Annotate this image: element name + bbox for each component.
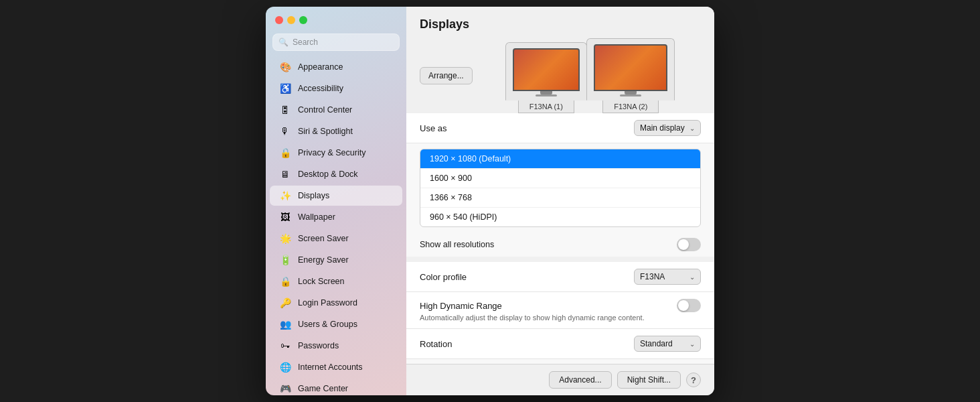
rotation-label: Rotation: [420, 339, 452, 349]
traffic-lights: [266, 7, 406, 31]
color-profile-label: Color profile: [420, 272, 467, 282]
game-center-icon: 🎮: [278, 381, 293, 395]
displays-icon: ✨: [278, 188, 293, 203]
sidebar-item-siri-spotlight[interactable]: 🎙 Siri & Spotlight: [270, 121, 402, 141]
resolution-label: 960 × 540 (HiDPI): [430, 212, 497, 222]
footer: Advanced... Night Shift... ?: [406, 364, 714, 395]
resolution-item-4[interactable]: 960 × 540 (HiDPI): [420, 208, 700, 226]
siri-icon: 🎙: [278, 124, 293, 139]
privacy-icon: 🔒: [278, 145, 293, 160]
sidebar-item-label: Desktop & Dock: [298, 170, 358, 179]
hdr-sublabel: Automatically adjust the display to show…: [420, 314, 645, 322]
resolution-item-3[interactable]: 1366 × 768: [420, 188, 700, 208]
monitor-preview-1: [513, 48, 580, 91]
monitor-preview-2: [594, 44, 667, 91]
resolution-item-2[interactable]: 1600 × 900: [420, 169, 700, 188]
close-button[interactable]: [275, 16, 283, 24]
show-all-resolutions-row: Show all resolutions: [406, 232, 714, 257]
sidebar-item-label: Displays: [298, 191, 329, 200]
help-button[interactable]: ?: [686, 373, 701, 387]
minimize-button[interactable]: [287, 16, 295, 24]
arrange-button[interactable]: Arrange...: [420, 67, 473, 84]
resolution-list: 1920 × 1080 (Default) 1600 × 900 1366 × …: [420, 149, 701, 227]
sidebar-item-label: Energy Saver: [298, 255, 349, 265]
show-all-label: Show all resolutions: [420, 240, 494, 249]
sidebar-item-screen-saver[interactable]: 🌟 Screen Saver: [270, 228, 402, 249]
sidebar-item-label: Passwords: [298, 341, 339, 350]
energy-icon: 🔋: [278, 253, 293, 267]
control-center-icon: 🎛: [278, 103, 293, 117]
show-all-toggle[interactable]: [677, 238, 701, 251]
monitor-base-2: [620, 94, 641, 96]
passwords-icon: 🗝: [278, 338, 293, 353]
sidebar-item-label: Internet Accounts: [298, 362, 363, 372]
advanced-button[interactable]: Advanced...: [549, 371, 611, 389]
sidebar-item-label: Control Center: [298, 105, 352, 115]
maximize-button[interactable]: [299, 16, 307, 24]
search-icon: 🔍: [278, 38, 289, 47]
sidebar-item-energy-saver[interactable]: 🔋 Energy Saver: [270, 250, 402, 270]
system-preferences-window: 🔍 🎨 Appearance ♿ Accessibility 🎛 Control…: [266, 7, 714, 395]
internet-icon: 🌐: [278, 360, 293, 375]
sidebar-item-login-password[interactable]: 🔑 Login Password: [270, 293, 402, 313]
hdr-toggle[interactable]: [677, 299, 701, 312]
chevron-down-icon: ⌄: [689, 125, 695, 132]
resolution-label: 1920 × 1080 (Default): [430, 154, 511, 163]
rotation-select[interactable]: Standard ⌄: [634, 336, 701, 352]
sidebar-item-label: Lock Screen: [298, 277, 344, 286]
page-title: Displays: [406, 7, 714, 38]
sidebar-item-game-center[interactable]: 🎮 Game Center: [270, 379, 402, 395]
sidebar-item-lock-screen[interactable]: 🔒 Lock Screen: [270, 271, 402, 291]
monitor-tab-2[interactable]: F13NA (2): [587, 38, 675, 113]
resolution-label: 1366 × 768: [430, 193, 472, 202]
sidebar-item-label: Wallpaper: [298, 212, 335, 222]
section-divider: [406, 257, 714, 262]
resolution-label: 1600 × 900: [430, 174, 472, 183]
monitor-label-1: F13NA (1): [518, 100, 574, 113]
color-profile-value: F13NA: [640, 272, 665, 281]
users-icon: 👥: [278, 317, 293, 332]
sidebar-item-privacy-security[interactable]: 🔒 Privacy & Security: [270, 143, 402, 163]
desktop-icon: 🖥: [278, 167, 293, 182]
hdr-label: High Dynamic Range: [420, 301, 502, 311]
wallpaper-icon: 🖼: [278, 210, 293, 224]
use-as-select[interactable]: Main display ⌄: [634, 120, 701, 136]
use-as-label: Use as: [420, 123, 446, 133]
sidebar-item-label: Screen Saver: [298, 234, 349, 243]
monitor-label-2: F13NA (2): [602, 100, 659, 113]
sidebar-item-displays[interactable]: ✨ Displays: [270, 186, 402, 206]
login-icon: 🔑: [278, 295, 293, 310]
main-content: Displays Arrange... F13NA (1): [406, 7, 714, 395]
sidebar-item-desktop-dock[interactable]: 🖥 Desktop & Dock: [270, 164, 402, 184]
monitor-base-1: [536, 94, 557, 96]
sidebar-item-internet-accounts[interactable]: 🌐 Internet Accounts: [270, 357, 402, 377]
chevron-down-icon: ⌄: [689, 273, 695, 281]
use-as-value: Main display: [640, 123, 685, 133]
rotation-row: Rotation Standard ⌄: [406, 329, 714, 359]
sidebar: 🔍 🎨 Appearance ♿ Accessibility 🎛 Control…: [266, 7, 406, 395]
lock-screen-icon: 🔒: [278, 274, 293, 289]
content-area: Use as Main display ⌄ 1920 × 1080 (Defau…: [406, 113, 714, 364]
appearance-icon: 🎨: [278, 60, 293, 74]
sidebar-item-label: Appearance: [298, 62, 343, 72]
hdr-row: High Dynamic Range Automatically adjust …: [406, 292, 714, 329]
color-profile-row: Color profile F13NA ⌄: [406, 262, 714, 292]
sidebar-item-passwords[interactable]: 🗝 Passwords: [270, 336, 402, 356]
monitor-tab-1[interactable]: F13NA (1): [505, 42, 587, 113]
sidebar-item-accessibility[interactable]: ♿ Accessibility: [270, 78, 402, 98]
search-input[interactable]: [293, 38, 394, 47]
search-box[interactable]: 🔍: [272, 34, 400, 51]
resolution-item-1[interactable]: 1920 × 1080 (Default): [420, 149, 700, 169]
sidebar-item-label: Users & Groups: [298, 320, 357, 329]
sidebar-item-appearance[interactable]: 🎨 Appearance: [270, 57, 402, 77]
sidebar-item-label: Siri & Spotlight: [298, 127, 353, 136]
sidebar-item-wallpaper[interactable]: 🖼 Wallpaper: [270, 207, 402, 227]
sidebar-item-users-groups[interactable]: 👥 Users & Groups: [270, 314, 402, 334]
sidebar-item-control-center[interactable]: 🎛 Control Center: [270, 100, 402, 120]
sidebar-item-label: Privacy & Security: [298, 148, 365, 157]
accessibility-icon: ♿: [278, 81, 293, 96]
color-profile-select[interactable]: F13NA ⌄: [634, 269, 701, 285]
screen-saver-icon: 🌟: [278, 231, 293, 246]
sidebar-item-label: Login Password: [298, 298, 357, 308]
night-shift-button[interactable]: Night Shift...: [617, 371, 681, 389]
